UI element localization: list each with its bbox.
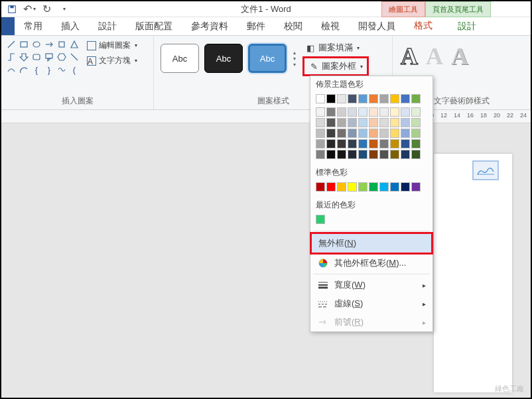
color-swatch[interactable]: [390, 139, 399, 148]
color-swatch[interactable]: [379, 182, 389, 192]
save-icon[interactable]: [4, 3, 20, 16]
color-swatch[interactable]: [337, 150, 346, 159]
color-swatch[interactable]: [316, 150, 325, 159]
color-swatch[interactable]: [348, 118, 357, 127]
color-swatch[interactable]: [401, 118, 410, 127]
color-swatch[interactable]: [369, 150, 378, 159]
color-swatch[interactable]: [316, 129, 325, 138]
color-swatch[interactable]: [348, 107, 357, 117]
color-swatch[interactable]: [379, 129, 389, 138]
shape-arc-icon[interactable]: [18, 64, 30, 76]
weight-item[interactable]: 寬度(W) ▸: [310, 276, 432, 294]
contextual-tab-drawing[interactable]: 繪圖工具: [381, 1, 425, 17]
qa-more-icon[interactable]: ▾: [56, 3, 72, 16]
shape-rbrace-icon[interactable]: }: [43, 64, 55, 76]
redo-icon[interactable]: ↻: [38, 3, 54, 16]
color-swatch[interactable]: [358, 107, 367, 117]
color-swatch[interactable]: [358, 129, 367, 138]
color-swatch[interactable]: [358, 182, 367, 192]
shape-downarrow-icon[interactable]: [18, 51, 30, 63]
color-swatch[interactable]: [348, 139, 357, 148]
color-swatch[interactable]: [337, 94, 346, 103]
edit-shape-button[interactable]: 編輯圖案▾: [84, 38, 140, 52]
color-swatch[interactable]: [411, 150, 421, 159]
color-swatch[interactable]: [337, 118, 346, 127]
undo-icon[interactable]: ↶▾: [21, 3, 37, 16]
color-swatch[interactable]: [390, 107, 399, 117]
color-swatch[interactable]: [390, 182, 399, 192]
shape-fill-button[interactable]: ◧圖案填滿▾: [302, 40, 369, 55]
page[interactable]: [434, 154, 512, 392]
color-swatch[interactable]: [316, 118, 325, 127]
text-box-button[interactable]: A文字方塊▾: [84, 54, 140, 68]
color-swatch[interactable]: [326, 118, 336, 127]
color-swatch[interactable]: [337, 182, 346, 192]
color-swatch[interactable]: [390, 129, 399, 138]
color-swatch[interactable]: [326, 129, 336, 138]
dashes-item[interactable]: 虛線(S) ▸: [310, 294, 432, 313]
color-swatch[interactable]: [358, 118, 367, 127]
color-swatch[interactable]: [379, 107, 389, 117]
shape-outline-button[interactable]: ✎圖案外框▾: [306, 59, 366, 74]
color-swatch[interactable]: [326, 107, 336, 117]
color-swatch[interactable]: [316, 215, 325, 224]
shape-triangle-icon[interactable]: [68, 38, 80, 50]
shape-rect-icon[interactable]: [18, 38, 30, 50]
color-swatch[interactable]: [401, 150, 410, 159]
color-swatch[interactable]: [369, 182, 378, 192]
color-swatch[interactable]: [348, 150, 357, 159]
color-swatch[interactable]: [379, 139, 389, 148]
color-swatch[interactable]: [326, 94, 336, 103]
document-area[interactable]: [1, 123, 531, 399]
ruler[interactable]: 81012141618202224: [1, 110, 531, 123]
tab-home[interactable]: 常用: [15, 17, 52, 35]
shape-style-blue[interactable]: Abc: [248, 44, 287, 73]
color-swatch[interactable]: [401, 94, 410, 103]
color-swatch[interactable]: [326, 150, 336, 159]
tab-developer[interactable]: 開發人員: [349, 17, 405, 35]
color-swatch[interactable]: [411, 94, 421, 103]
color-swatch[interactable]: [337, 129, 346, 138]
contextual-tab-headerfooter[interactable]: 頁首及頁尾工具: [425, 1, 491, 17]
color-swatch[interactable]: [411, 129, 421, 138]
color-swatch[interactable]: [337, 107, 346, 117]
shape-hex-icon[interactable]: [56, 51, 68, 63]
tab-design[interactable]: 設計: [89, 17, 126, 35]
shape-callout-icon[interactable]: [43, 51, 55, 63]
color-swatch[interactable]: [369, 139, 378, 148]
shape-arrowline-icon[interactable]: [43, 38, 55, 50]
color-swatch[interactable]: [358, 139, 367, 148]
tab-hf-design[interactable]: 設計: [442, 17, 492, 35]
no-outline-item[interactable]: 無外框(N): [310, 232, 433, 255]
color-swatch[interactable]: [379, 150, 389, 159]
shape-curve-icon[interactable]: [5, 64, 17, 76]
wordart-shadow[interactable]: A: [451, 42, 468, 70]
color-swatch[interactable]: [358, 94, 367, 103]
color-swatch[interactable]: [358, 150, 367, 159]
color-swatch[interactable]: [326, 182, 336, 192]
tab-review[interactable]: 校閱: [275, 17, 312, 35]
color-swatch[interactable]: [379, 94, 389, 103]
gallery-scroll[interactable]: ▴▾▾: [292, 48, 297, 69]
wordart-gray[interactable]: A: [426, 42, 443, 70]
color-swatch[interactable]: [369, 94, 378, 103]
tab-layout[interactable]: 版面配置: [126, 17, 182, 35]
shape-lbrace-icon[interactable]: {: [31, 64, 42, 76]
shape-line-icon[interactable]: [5, 38, 17, 50]
tab-insert[interactable]: 插入: [52, 17, 89, 35]
file-tab[interactable]: [1, 17, 15, 35]
shape-style-black[interactable]: Abc: [204, 44, 243, 73]
shape-style-white[interactable]: Abc: [161, 44, 199, 73]
shapes-gallery[interactable]: { } (: [5, 38, 80, 88]
color-swatch[interactable]: [369, 107, 378, 117]
color-swatch[interactable]: [401, 139, 410, 148]
shape-square-icon[interactable]: [56, 38, 68, 50]
color-swatch[interactable]: [411, 118, 421, 127]
shape-lparen-icon[interactable]: (: [68, 64, 80, 76]
color-swatch[interactable]: [348, 129, 357, 138]
color-swatch[interactable]: [401, 107, 410, 117]
color-swatch[interactable]: [411, 107, 421, 117]
color-swatch[interactable]: [316, 94, 325, 103]
inline-picture-placeholder[interactable]: [472, 160, 499, 180]
color-swatch[interactable]: [390, 150, 399, 159]
